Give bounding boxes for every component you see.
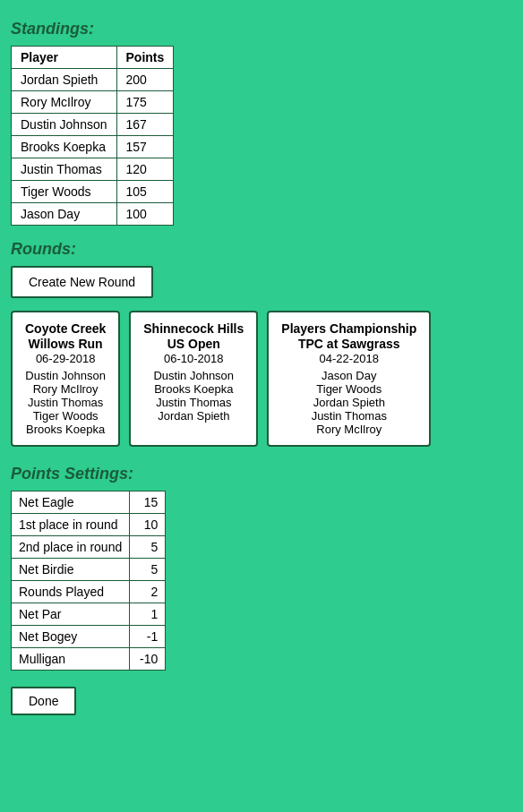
- round-course: US Open: [143, 337, 244, 351]
- round-course: Willows Run: [25, 337, 106, 351]
- round-player: Justin Thomas: [143, 396, 244, 409]
- round-course: TPC at Sawgrass: [281, 337, 416, 351]
- points-setting-row: Net Eagle 15: [12, 491, 166, 514]
- create-round-button[interactable]: Create New Round: [11, 266, 153, 298]
- points-setting-row: Net Birdie 5: [12, 559, 166, 581]
- round-player: Brooks Koepka: [143, 382, 244, 396]
- setting-value: 1: [130, 603, 166, 626]
- setting-label: 2nd place in round: [12, 536, 130, 559]
- player-points-cell: 167: [116, 114, 174, 136]
- round-date: 06-10-2018: [143, 352, 244, 365]
- round-player: Jordan Spieth: [281, 396, 416, 409]
- points-setting-row: 2nd place in round 5: [12, 536, 166, 559]
- player-name-cell: Jordan Spieth: [12, 69, 117, 91]
- points-setting-row: Rounds Played 2: [12, 581, 166, 603]
- setting-label: 1st place in round: [12, 514, 130, 536]
- player-points-cell: 157: [116, 136, 174, 158]
- player-name-cell: Tiger Woods: [12, 181, 117, 203]
- standings-section: Standings: Player Points Jordan Spieth 2…: [11, 20, 512, 226]
- points-settings-table: Net Eagle 15 1st place in round 10 2nd p…: [11, 491, 166, 671]
- round-player: Rory McIlroy: [281, 423, 416, 436]
- standings-row: Brooks Koepka 157: [12, 136, 174, 158]
- player-points-cell: 120: [116, 158, 174, 181]
- player-name-cell: Brooks Koepka: [12, 136, 117, 158]
- player-name-cell: Justin Thomas: [12, 158, 117, 181]
- round-player: Dustin Johnson: [143, 369, 244, 382]
- setting-label: Net Birdie: [12, 559, 130, 581]
- round-player: Tiger Woods: [281, 382, 416, 396]
- round-player: Justin Thomas: [281, 409, 416, 423]
- setting-value: 5: [130, 559, 166, 581]
- setting-value: 2: [130, 581, 166, 603]
- setting-value: -10: [130, 648, 166, 671]
- player-name-cell: Rory McIlroy: [12, 91, 117, 114]
- round-player: Rory McIlroy: [25, 382, 106, 396]
- standings-table: Player Points Jordan Spieth 200 Rory McI…: [11, 46, 174, 226]
- standings-title: Standings:: [11, 20, 512, 38]
- round-card: Shinnecock Hills US Open 06-10-2018 Dust…: [129, 311, 258, 447]
- rounds-title: Rounds:: [11, 240, 512, 259]
- round-card: Coyote Creek Willows Run 06-29-2018 Dust…: [11, 311, 120, 447]
- setting-value: -1: [130, 626, 166, 648]
- col-header-player: Player: [12, 47, 117, 69]
- round-card: Players Championship TPC at Sawgrass 04-…: [267, 311, 431, 447]
- setting-label: Rounds Played: [12, 581, 130, 603]
- points-setting-row: Net Bogey -1: [12, 626, 166, 648]
- round-tournament: Players Championship: [281, 321, 416, 336]
- standings-row: Jason Day 100: [12, 203, 174, 226]
- points-setting-row: 1st place in round 10: [12, 514, 166, 536]
- setting-label: Net Bogey: [12, 626, 130, 648]
- standings-row: Tiger Woods 105: [12, 181, 174, 203]
- done-button[interactable]: Done: [11, 687, 76, 715]
- setting-label: Mulligan: [12, 648, 130, 671]
- player-points-cell: 175: [116, 91, 174, 114]
- points-settings-section: Points Settings: Net Eagle 15 1st place …: [11, 465, 512, 715]
- round-player: Jason Day: [281, 369, 416, 382]
- col-header-points: Points: [116, 47, 174, 69]
- setting-label: Net Par: [12, 603, 130, 626]
- standings-row: Rory McIlroy 175: [12, 91, 174, 114]
- standings-row: Dustin Johnson 167: [12, 114, 174, 136]
- points-settings-title: Points Settings:: [11, 465, 512, 483]
- round-player: Jordan Spieth: [143, 409, 244, 423]
- rounds-section: Rounds: Create New Round Coyote Creek Wi…: [11, 240, 512, 447]
- round-tournament: Coyote Creek: [25, 321, 106, 336]
- player-points-cell: 200: [116, 69, 174, 91]
- round-player: Brooks Koepka: [25, 423, 106, 436]
- round-date: 06-29-2018: [25, 352, 106, 365]
- round-player: Tiger Woods: [25, 409, 106, 423]
- setting-value: 5: [130, 536, 166, 559]
- round-player: Dustin Johnson: [25, 369, 106, 382]
- player-name-cell: Dustin Johnson: [12, 114, 117, 136]
- points-setting-row: Net Par 1: [12, 603, 166, 626]
- setting-value: 10: [130, 514, 166, 536]
- rounds-container: Coyote Creek Willows Run 06-29-2018 Dust…: [11, 311, 512, 447]
- setting-label: Net Eagle: [12, 491, 130, 514]
- setting-value: 15: [130, 491, 166, 514]
- round-date: 04-22-2018: [281, 352, 416, 365]
- player-points-cell: 100: [116, 203, 174, 226]
- points-setting-row: Mulligan -10: [12, 648, 166, 671]
- player-points-cell: 105: [116, 181, 174, 203]
- round-player: Justin Thomas: [25, 396, 106, 409]
- standings-row: Justin Thomas 120: [12, 158, 174, 181]
- round-tournament: Shinnecock Hills: [143, 321, 244, 336]
- standings-row: Jordan Spieth 200: [12, 69, 174, 91]
- player-name-cell: Jason Day: [12, 203, 117, 226]
